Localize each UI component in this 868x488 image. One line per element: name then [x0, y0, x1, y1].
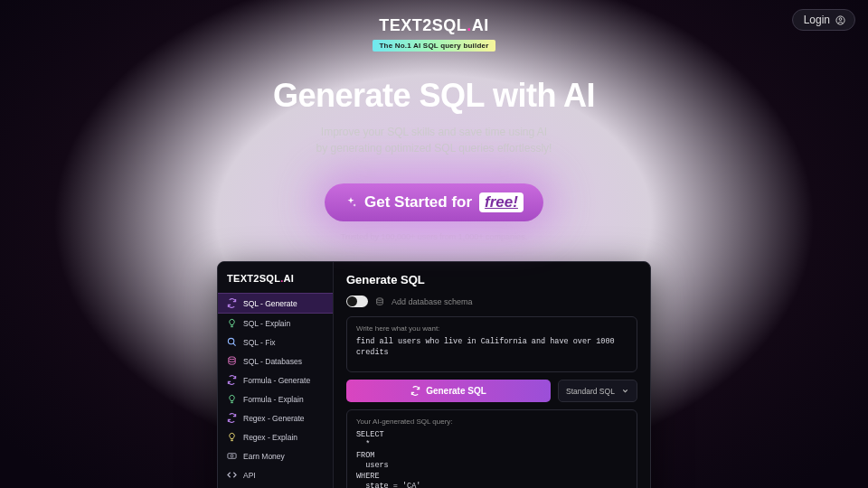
sidebar-item-regex-explain[interactable]: Regex - Explain: [218, 427, 333, 446]
refresh-icon: [410, 386, 420, 396]
sidebar-item-label: Regex - Explain: [243, 433, 297, 442]
refresh-icon: [227, 375, 237, 385]
sidebar-item-account[interactable]: Account: [218, 484, 333, 488]
bulb-g-icon: [227, 394, 237, 404]
db-icon: [227, 356, 237, 366]
svg-point-5: [231, 455, 233, 457]
login-button[interactable]: Login: [792, 9, 855, 31]
sidebar-item-label: Regex - Generate: [243, 414, 305, 423]
sidebar-item-label: SQL - Explain: [243, 319, 290, 328]
sidebar-item-regex-generate[interactable]: Regex - Generate: [218, 408, 333, 427]
bulb-g-icon: [227, 318, 237, 328]
cta-highlight: free!: [479, 192, 524, 212]
schema-toggle[interactable]: [346, 296, 368, 307]
generate-label: Generate SQL: [426, 386, 486, 396]
chevron-down-icon: [621, 387, 629, 395]
tagline-badge: The No.1 AI SQL query builder: [373, 40, 496, 52]
sql-output: SELECT * FROM users WHERE state = 'CA': [356, 430, 627, 488]
svg-point-2: [228, 338, 233, 343]
schema-label: Add database schema: [392, 297, 473, 306]
main-panel: Generate SQL Add database schema Write h…: [334, 262, 650, 488]
hero-title: Generate SQL with AI: [0, 77, 868, 115]
get-started-button[interactable]: Get Started for free!: [325, 183, 543, 221]
dialect-select[interactable]: Standard SQL: [558, 380, 637, 402]
sidebar-item-label: SQL - Generate: [243, 299, 297, 308]
sidebar-item-sql-databases[interactable]: SQL - Databases: [218, 352, 333, 371]
sidebar-item-sql-fix[interactable]: SQL - Fix: [218, 333, 333, 352]
prompt-input[interactable]: find all users who live in California an…: [356, 337, 627, 364]
code-icon: [227, 470, 237, 480]
sidebar-item-formula-generate[interactable]: Formula - Generate: [218, 371, 333, 389]
svg-point-1: [839, 17, 842, 20]
login-label: Login: [804, 14, 830, 26]
sidebar: TEXT2SQL.AI SQL - GenerateSQL - ExplainS…: [218, 262, 334, 488]
hero: Generate SQL with AI Improve your SQL sk…: [0, 77, 868, 156]
sidebar-item-label: API: [243, 471, 256, 480]
sidebar-item-label: Formula - Generate: [243, 376, 310, 385]
svg-point-7: [377, 297, 383, 300]
site-header: TEXT2SQL.AI The No.1 AI SQL query builde…: [0, 0, 868, 52]
result-panel: Your AI-generated SQL query: SELECT * FR…: [346, 409, 637, 488]
sidebar-item-label: Formula - Explain: [243, 395, 304, 404]
sidebar-item-sql-explain[interactable]: SQL - Explain: [218, 314, 333, 333]
result-label: Your AI-generated SQL query:: [356, 418, 627, 426]
trust-line: Trusted by 100,000+ users from 1,000+ co…: [0, 232, 868, 241]
refresh-icon: [227, 298, 237, 308]
sparkle-icon: [344, 196, 357, 209]
db-icon: [375, 297, 384, 306]
generate-sql-button[interactable]: Generate SQL: [346, 380, 551, 402]
search-icon: [227, 337, 237, 347]
money-icon: [227, 451, 237, 461]
svg-rect-4: [228, 454, 236, 459]
user-circle-icon: [835, 15, 845, 25]
sidebar-item-formula-explain[interactable]: Formula - Explain: [218, 389, 333, 408]
sidebar-item-label: SQL - Fix: [243, 338, 276, 347]
app-brand: TEXT2SQL.AI: [218, 271, 333, 293]
sidebar-item-api[interactable]: API: [218, 465, 333, 484]
dialect-label: Standard SQL: [566, 387, 615, 396]
cta-prefix: Get Started for: [364, 193, 472, 211]
sidebar-item-label: Earn Money: [243, 452, 285, 461]
sidebar-item-label: SQL - Databases: [243, 357, 302, 366]
brand-logo: TEXT2SQL.AI: [0, 16, 868, 35]
prompt-panel: Write here what you want: find all users…: [346, 316, 637, 372]
svg-point-3: [229, 357, 235, 360]
prompt-label: Write here what you want:: [356, 324, 627, 333]
refresh-icon: [227, 413, 237, 423]
hero-subtitle: Improve your SQL skills and save time us…: [0, 124, 868, 156]
bulb-y-icon: [227, 432, 237, 442]
panel-title: Generate SQL: [346, 273, 637, 286]
sidebar-item-sql-generate[interactable]: SQL - Generate: [218, 293, 333, 314]
app-preview: TEXT2SQL.AI SQL - GenerateSQL - ExplainS…: [217, 261, 651, 488]
sidebar-item-earn-money[interactable]: Earn Money: [218, 446, 333, 465]
